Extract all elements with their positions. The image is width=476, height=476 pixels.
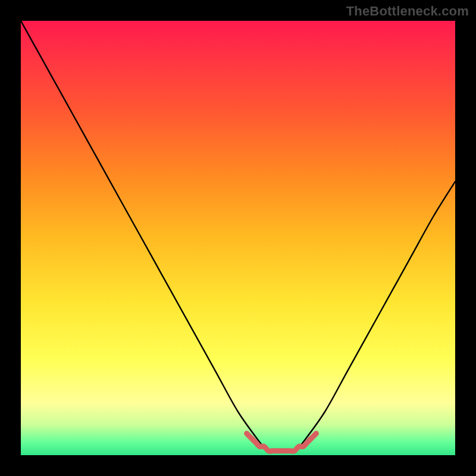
watermark-text: TheBottleneck.com [346,4,469,19]
bottleneck-curve [21,21,455,451]
optimal-band [247,434,317,452]
chart-frame: TheBottleneck.com [0,0,476,476]
plot-area [21,21,455,455]
curve-svg [21,21,455,455]
